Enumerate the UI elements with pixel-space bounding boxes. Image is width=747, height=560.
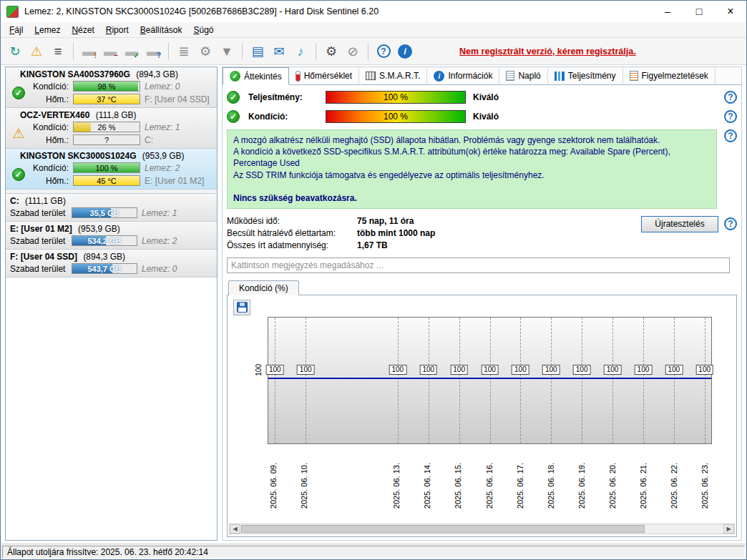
menu-report[interactable]: Riport — [100, 24, 135, 36]
email-alert-icon-glyph: ✉ — [273, 45, 284, 58]
menu-help[interactable]: Súgó — [187, 24, 219, 36]
tab-label: Teljesítmény — [568, 71, 616, 81]
partition-list-item-0[interactable]: C: (111,1 GB) Szabad terület 35,5 GB Lem… — [6, 194, 217, 222]
free-space-label: Szabad terület — [10, 236, 67, 246]
disk-tools-icon-glyph: ⚙ — [200, 45, 211, 58]
disk-list-item-0[interactable]: KINGSTON SA400S37960G (894,3 GB) ✓ Kondí… — [6, 67, 217, 108]
disk-remove-icon[interactable]: ▬− — [100, 41, 120, 62]
tab-information[interactable]: i Információk — [427, 67, 499, 84]
performance-ok-icon: ✓ — [227, 91, 240, 104]
condition-chart: 100 100100100100100100100100100100100100… — [227, 295, 737, 537]
menu-file[interactable]: Fájl — [4, 24, 29, 36]
help-icon-glyph: ? — [377, 44, 391, 58]
disk-number: Lemez: 1 — [145, 122, 213, 132]
menu-view[interactable]: Nézet — [66, 24, 99, 36]
refresh-icon[interactable]: ↻ — [5, 41, 25, 62]
chart-gridline — [582, 318, 582, 443]
disk-sidebar: KINGSTON SA400S37960G (894,3 GB) ✓ Kondí… — [5, 67, 218, 541]
free-space-label: Szabad terület — [10, 264, 67, 274]
stat-label: Összes írt adatmennyiség: — [227, 240, 357, 250]
disk-list-item-2-selected[interactable]: KINGSTON SKC3000S1024G (953,9 GB) ✓ Kond… — [6, 149, 217, 190]
toolbar-separator — [242, 43, 243, 60]
maximize-button[interactable]: □ — [683, 1, 715, 22]
help-icon[interactable]: ? — [724, 217, 737, 230]
mute-icon[interactable]: ⊘ — [343, 41, 363, 62]
free-space-bar: 534,2 GB — [72, 235, 137, 246]
problem-report-icon[interactable]: ⚠ — [26, 41, 47, 62]
stat-value: 1,67 TB — [357, 240, 641, 250]
comment-input[interactable] — [227, 257, 730, 273]
tab-alerts[interactable]: Figyelmeztetések — [623, 67, 716, 84]
disk-eject-icon[interactable]: ▼ — [217, 41, 237, 62]
info-icon[interactable]: i — [395, 41, 415, 62]
chart-horizontal-scrollbar[interactable]: ◀ ▶ — [229, 524, 735, 534]
condition-ok-icon: ✓ — [227, 110, 240, 123]
chart-value-label: 100 — [635, 365, 653, 375]
help-icon[interactable]: ? — [724, 91, 737, 104]
disk-ok-icon: ✓ — [12, 87, 25, 99]
performance-value: 100 % — [326, 92, 465, 103]
report-icon[interactable]: ≡ — [48, 41, 68, 62]
settings-gear-icon[interactable]: ⚙ — [321, 41, 341, 62]
temperature-bar: 37 °C — [73, 94, 140, 104]
disk-stack-icon[interactable]: ≣ — [174, 41, 194, 62]
email-alert-icon[interactable]: ✉ — [269, 41, 289, 62]
alerts-list-icon — [630, 71, 638, 81]
condition-gradient-bar: 100 % — [326, 110, 466, 123]
help-icon[interactable]: ? — [374, 41, 394, 62]
minimize-button[interactable]: – — [652, 1, 683, 22]
save-chart-button[interactable] — [233, 300, 250, 315]
chart-date-axis: 2025. 06. 09.2025. 06. 10.2025. 06. 13.2… — [268, 447, 712, 509]
disk-list-item-1[interactable]: OCZ-VERTEX460 (111,8 GB) ⚠ Kondíció: 26 … — [6, 108, 217, 149]
retest-button[interactable]: Újratesztelés — [641, 216, 718, 232]
partition-list-item-1[interactable]: E: [User 01 M2] (953,9 GB) Szabad terüle… — [6, 222, 217, 250]
info-icon-glyph: i — [398, 44, 412, 59]
smart-chip-icon — [366, 72, 376, 80]
partition-list-item-2[interactable]: F: [User 04 SSD] (894,3 GB) Szabad terül… — [6, 250, 217, 277]
tab-smart[interactable]: S.M.A.R.T. — [359, 67, 427, 84]
chart-gridline — [459, 318, 460, 443]
toolbar-separator — [368, 43, 368, 60]
chart-tab-condition[interactable]: Kondíció (%) — [228, 280, 299, 295]
chart-gridline — [398, 318, 399, 443]
scrollbar-thumb[interactable] — [241, 525, 645, 533]
toolbar-separator — [73, 43, 74, 60]
condition-value: 100 % — [74, 163, 140, 172]
disk-search-icon[interactable]: ▬? — [143, 41, 163, 62]
tab-label: S.M.A.R.T. — [379, 71, 420, 81]
toolbar-separator — [316, 43, 316, 60]
menu-settings[interactable]: Beállítások — [135, 24, 188, 36]
chart-date-label: 2025. 06. 15. — [454, 463, 462, 509]
partition-drive: E: [User 01 M2] — [10, 224, 72, 234]
main-area: KINGSTON SA400S37960G (894,3 GB) ✓ Kondí… — [1, 65, 746, 544]
condition-bar: 98 % — [73, 81, 140, 92]
tab-overview[interactable]: ✓ Áttekintés — [223, 67, 289, 85]
temperature-panel-icon[interactable]: ▤ — [248, 41, 268, 62]
chart-date-label: 2025. 06. 23. — [700, 463, 709, 509]
disk-accept-icon[interactable]: ▬✓ — [122, 41, 142, 62]
disk-tools-icon[interactable]: ⚙ — [195, 41, 215, 62]
tab-label: Figyelmeztetések — [642, 71, 708, 81]
chart-date-label: 2025. 06. 22. — [670, 463, 678, 509]
sound-alert-icon[interactable]: ♪ — [290, 41, 311, 62]
help-icon[interactable]: ? — [724, 129, 737, 142]
free-space-value: 35,5 GB — [72, 208, 137, 217]
tab-label: Áttekintés — [244, 72, 282, 82]
close-button[interactable]: × — [715, 1, 746, 22]
scroll-right-arrow-icon[interactable]: ▶ — [723, 524, 734, 534]
partition-drive: F: [User 04 SSD] — [10, 252, 77, 262]
disk-number: Lemez: 0 — [145, 82, 213, 92]
disk-number: Lemez: 2 — [145, 163, 213, 173]
disk-number: Lemez: 2 — [142, 236, 213, 246]
scroll-left-arrow-icon[interactable]: ◀ — [230, 524, 240, 534]
tab-temperature[interactable]: Hőmérséklet — [289, 67, 359, 84]
tab-performance[interactable]: Teljesítmény — [548, 67, 623, 84]
help-icon[interactable]: ? — [724, 110, 737, 123]
tab-label: Napló — [518, 71, 540, 81]
register-link[interactable]: Nem regisztrált verzió, kérem regisztrál… — [459, 46, 636, 57]
disk-search-icon-badge: ? — [157, 52, 161, 59]
condition-rating: Kiváló — [473, 112, 499, 122]
disk-detect-icon[interactable]: ▬! — [79, 41, 99, 62]
tab-log[interactable]: Napló — [499, 67, 547, 84]
menu-disk[interactable]: Lemez — [29, 24, 66, 36]
